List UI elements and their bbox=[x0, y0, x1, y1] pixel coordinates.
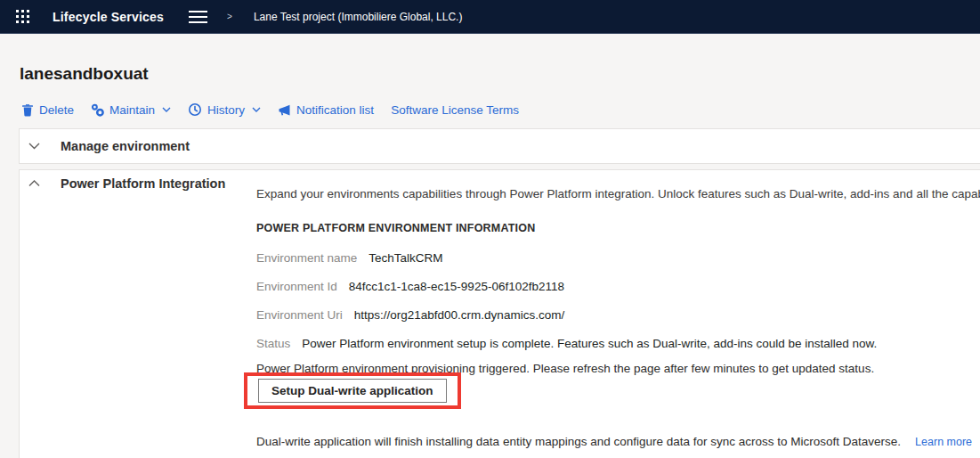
page-title: lanesandboxuat bbox=[20, 64, 149, 84]
breadcrumb-separator: > bbox=[227, 12, 232, 21]
notification-list-label: Notification list bbox=[296, 103, 374, 117]
brand-title[interactable]: Lifecycle Services bbox=[53, 10, 164, 24]
maintain-label: Maintain bbox=[109, 103, 155, 117]
chevron-down-icon bbox=[252, 107, 261, 112]
environment-info-heading: POWER PLATFORM ENVIRONMENT INFORMATION bbox=[256, 222, 535, 234]
status-label: Status bbox=[256, 337, 290, 350]
chevron-down-icon bbox=[162, 107, 171, 112]
gears-icon bbox=[91, 103, 104, 117]
top-navbar: Lifecycle Services > Lane Test project (… bbox=[0, 0, 980, 34]
app-launcher-icon[interactable] bbox=[16, 10, 29, 23]
environment-id-label: Environment Id bbox=[256, 280, 337, 293]
chevron-up-icon bbox=[28, 180, 40, 187]
chevron-down-icon bbox=[28, 143, 40, 150]
environment-name-value: TechTalkCRM bbox=[369, 251, 442, 265]
notification-list-button[interactable]: Notification list bbox=[278, 103, 374, 117]
power-platform-description: Expand your environments capabilities th… bbox=[256, 187, 980, 200]
delete-button[interactable]: Delete bbox=[21, 103, 74, 117]
section-manage-environment[interactable]: Manage environment bbox=[19, 128, 980, 164]
learn-more-link[interactable]: Learn more bbox=[915, 436, 972, 448]
status-value: Power Platform environment setup is comp… bbox=[302, 337, 877, 350]
dual-write-note-row: Dual-write application will finish insta… bbox=[256, 435, 972, 448]
megaphone-icon bbox=[278, 103, 291, 117]
toolbar: Delete Maintain History bbox=[21, 100, 519, 119]
history-button[interactable]: History bbox=[188, 102, 261, 117]
environment-id-value: 84fcc1c1-1ca8-ec15-9925-06f102fb2118 bbox=[349, 280, 564, 293]
power-platform-section-header[interactable]: Power Platform Integration bbox=[20, 176, 225, 191]
section-power-platform-integration: Power Platform Integration Expand your e… bbox=[19, 169, 980, 458]
environment-name-row: Environment nameTechTalkCRM bbox=[256, 251, 443, 265]
environment-id-row: Environment Id84fcc1c1-1ca8-ec15-9925-06… bbox=[256, 280, 564, 293]
delete-label: Delete bbox=[39, 103, 74, 117]
maintain-button[interactable]: Maintain bbox=[91, 103, 171, 117]
status-row: StatusPower Platform environment setup i… bbox=[256, 337, 877, 350]
manage-environment-label: Manage environment bbox=[61, 139, 190, 153]
breadcrumb-project[interactable]: Lane Test project (Immobiliere Global, L… bbox=[254, 11, 463, 23]
software-license-terms-label: Software License Terms bbox=[391, 103, 519, 117]
dual-write-note: Dual-write application will finish insta… bbox=[256, 435, 901, 448]
environment-uri-row: Environment Urihttps://org21abfd00.crm.d… bbox=[256, 308, 564, 322]
menu-icon[interactable] bbox=[189, 11, 207, 23]
setup-dual-write-button[interactable]: Setup Dual-write application bbox=[258, 379, 447, 403]
environment-name-label: Environment name bbox=[256, 251, 357, 265]
trash-icon bbox=[21, 103, 34, 117]
annotation-highlight: Setup Dual-write application bbox=[244, 372, 461, 409]
power-platform-label: Power Platform Integration bbox=[61, 176, 225, 191]
environment-uri-value: https://org21abfd00.crm.dynamics.com/ bbox=[354, 308, 564, 322]
clock-icon bbox=[188, 102, 202, 117]
software-license-terms-link[interactable]: Software License Terms bbox=[391, 103, 519, 117]
history-label: History bbox=[207, 103, 245, 117]
environment-uri-label: Environment Uri bbox=[256, 308, 343, 322]
